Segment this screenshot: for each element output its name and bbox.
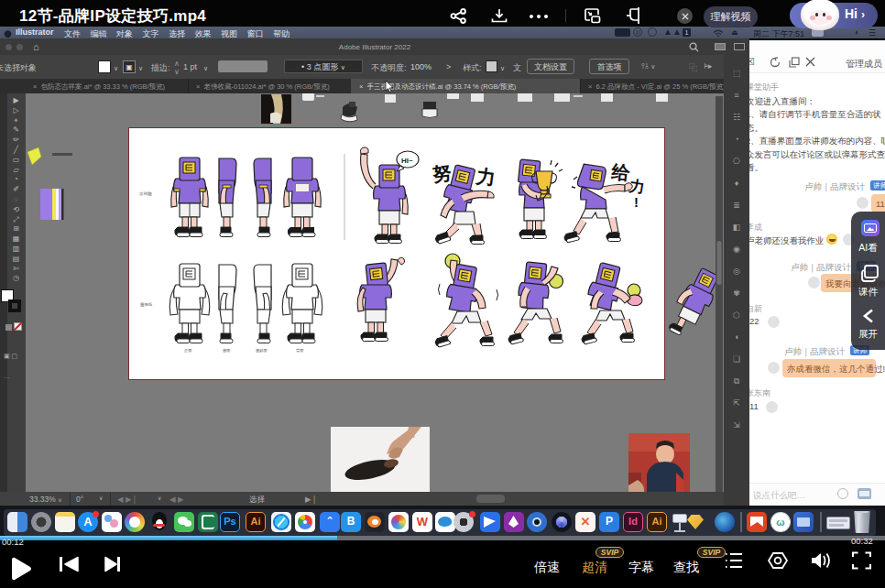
svg-text:吉祥物: 吉祥物 xyxy=(139,191,152,197)
svg-text:给: 给 xyxy=(610,161,632,183)
svg-text:背面: 背面 xyxy=(296,348,304,353)
svg-text:努: 努 xyxy=(431,161,453,185)
svg-text:!: ! xyxy=(634,194,639,210)
svg-text:力: 力 xyxy=(474,165,497,189)
svg-text:正面: 正面 xyxy=(184,348,192,353)
svg-text:HI~: HI~ xyxy=(401,157,413,165)
svg-text:服饰版: 服饰版 xyxy=(140,302,153,307)
